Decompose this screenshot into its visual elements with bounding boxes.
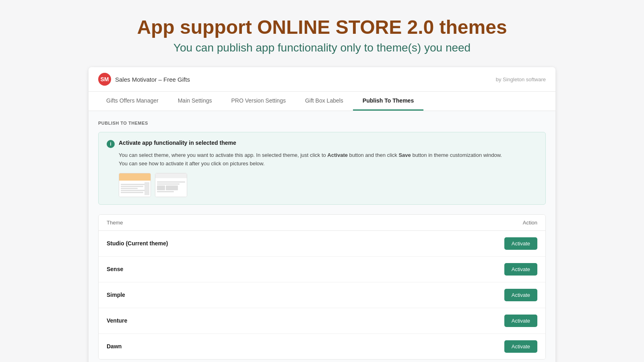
tab-pro-version[interactable]: PRO Version Settings [222, 92, 295, 111]
app-by-label: by Singleton software [496, 76, 546, 82]
col-theme-label: Theme [107, 220, 123, 226]
table-row: Sense Activate [99, 257, 545, 282]
theme-name-dawn: Dawn [107, 343, 122, 350]
tab-publish-themes[interactable]: Publish To Themes [353, 92, 423, 111]
theme-name-studio: Studio (Current theme) [107, 240, 168, 247]
activate-btn-sense[interactable]: Activate [504, 263, 537, 276]
activate-btn-studio[interactable]: Activate [504, 237, 537, 250]
info-images [119, 173, 537, 197]
theme-name-venture: Venture [107, 317, 127, 324]
page-title: App support ONLINE STORE 2.0 themes [137, 16, 507, 38]
page-subtitle: You can publish app functionality only t… [137, 41, 507, 54]
info-box-text: You can select theme, where you want to … [119, 151, 537, 168]
table-header: Theme Action [99, 215, 545, 231]
table-row: Dawn Activate [99, 334, 545, 359]
thumb-1[interactable] [119, 173, 151, 197]
table-row: Studio (Current theme) Activate [99, 231, 545, 257]
app-content: PUBLISH TO THEMES i Activate app functio… [89, 111, 555, 362]
activate-btn-dawn[interactable]: Activate [504, 340, 537, 353]
theme-name-sense: Sense [107, 266, 123, 272]
tab-gift-box[interactable]: Gift Box Labels [295, 92, 353, 111]
info-box: i Activate app functionality in selected… [98, 132, 546, 205]
col-action-label: Action [523, 220, 537, 226]
info-icon: i [107, 140, 115, 148]
theme-name-simple: Simple [107, 292, 125, 298]
tab-main-settings[interactable]: Main Settings [168, 92, 222, 111]
app-title: Sales Motivator – Free Gifts [115, 76, 190, 83]
activate-btn-venture[interactable]: Activate [504, 315, 537, 327]
themes-table: Theme Action Studio (Current theme) Acti… [98, 214, 546, 360]
app-logo-area: SM Sales Motivator – Free Gifts [98, 73, 190, 86]
table-row: Simple Activate [99, 282, 545, 308]
page-header: App support ONLINE STORE 2.0 themes You … [137, 16, 507, 54]
nav-tabs: Gifts Offers Manager Main Settings PRO V… [89, 92, 555, 111]
app-header: SM Sales Motivator – Free Gifts by Singl… [89, 67, 555, 92]
table-row: Venture Activate [99, 308, 545, 334]
section-label: PUBLISH TO THEMES [98, 121, 546, 125]
info-box-title: Activate app functionality in selected t… [119, 140, 236, 146]
app-logo-icon: SM [98, 73, 111, 86]
thumb-2[interactable] [155, 173, 187, 197]
tab-gifts-offers[interactable]: Gifts Offers Manager [97, 92, 168, 111]
info-box-header: i Activate app functionality in selected… [107, 140, 537, 148]
activate-btn-simple[interactable]: Activate [504, 289, 537, 301]
app-window: SM Sales Motivator – Free Gifts by Singl… [89, 67, 555, 362]
